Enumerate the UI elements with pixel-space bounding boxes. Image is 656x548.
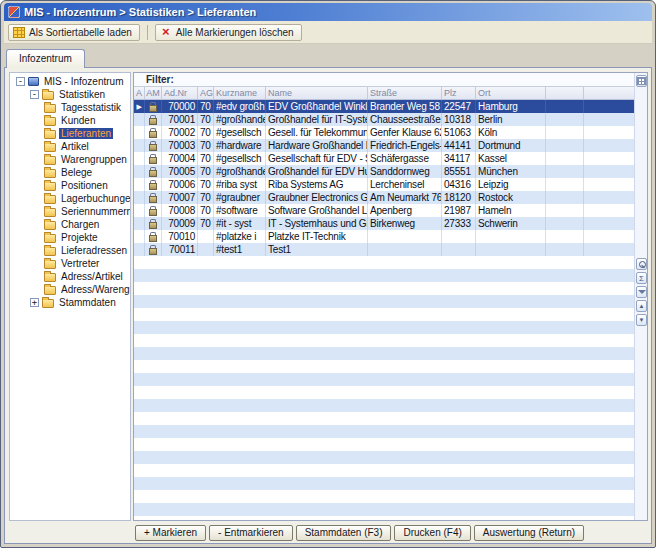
column-header-kurzname[interactable]: Kurzname xyxy=(214,87,266,99)
cell-ort: Schwerin xyxy=(476,217,546,230)
grid-empty-row xyxy=(134,464,634,477)
row-indicator-cell xyxy=(134,191,145,204)
cell-ag: 70 xyxy=(198,217,214,230)
table-row[interactable]: 7000070#edv großhEDV Großhandel Winkler … xyxy=(134,100,634,113)
row-lock-cell xyxy=(145,152,162,165)
grid-empty-row xyxy=(134,334,634,347)
column-header-am[interactable]: AM xyxy=(145,87,162,99)
folder-icon xyxy=(44,221,56,230)
tree-item-label: Adress/Artikel xyxy=(59,271,125,282)
cell-plz: 27333 xyxy=(442,217,476,230)
cell-plz: 51063 xyxy=(442,126,476,139)
tree-item-tagesstatistik[interactable]: Tagesstatistik xyxy=(10,101,130,114)
filter-icon[interactable] xyxy=(636,286,647,298)
table-row[interactable]: 70010#platzke iPlatzke IT-Technik xyxy=(134,230,634,243)
cell-ag: 70 xyxy=(198,113,214,126)
filter-label: Filter: xyxy=(146,74,174,85)
cell-kurzname: #platzke i xyxy=(214,230,266,243)
table-row[interactable]: 7000370#hardwareHardware Großhandel Dort… xyxy=(134,139,634,152)
content-panel: -MIS - Infozentrum-StatistikenTagesstati… xyxy=(4,67,652,544)
cell-filler xyxy=(584,243,634,256)
cell-blank xyxy=(546,191,584,204)
column-header-a[interactable]: A xyxy=(134,87,145,99)
tree-item-projekte[interactable]: Projekte xyxy=(10,231,130,244)
toolbar: Als Sortiertabelle laden Alle Markierung… xyxy=(4,21,652,44)
tree-item-seriennummern[interactable]: Seriennummern xyxy=(10,205,130,218)
tree-item-positionen[interactable]: Positionen xyxy=(10,179,130,192)
table-row[interactable]: 70011#test1Test1 xyxy=(134,243,634,256)
tree-item-label: Lieferanten xyxy=(59,128,113,139)
cell-filler xyxy=(584,178,634,191)
table-row[interactable]: 7000870#softwareSoftware Großhandel Lübk… xyxy=(134,204,634,217)
grid-empty-row xyxy=(134,516,634,520)
tree-item-warengruppen[interactable]: Warengruppen xyxy=(10,153,130,166)
column-header-plz[interactable]: Plz xyxy=(442,87,476,99)
tree-item-label: Belege xyxy=(59,167,94,178)
cell-strasse: Am Neumarkt 76 xyxy=(368,191,442,204)
tree-item-belege[interactable]: Belege xyxy=(10,166,130,179)
cell-adnr: 70011 xyxy=(162,243,198,256)
tree-item-stammdaten[interactable]: +Stammdaten xyxy=(10,296,130,309)
column-header-strasse[interactable]: Straße xyxy=(368,87,442,99)
cell-plz: 44141 xyxy=(442,139,476,152)
grid-filter-row[interactable]: Filter: xyxy=(134,73,634,87)
column-header-blank[interactable] xyxy=(546,87,584,99)
table-row[interactable]: 7000470#gesellschGesellschaft für EDV - … xyxy=(134,152,634,165)
tree-item-adress-warengruppen[interactable]: Adress/Warengruppen xyxy=(10,283,130,296)
tree-item-label: Tagesstatistik xyxy=(59,102,123,113)
grid-empty-row xyxy=(134,412,634,425)
tree-item-vertreter[interactable]: Vertreter xyxy=(10,257,130,270)
grid-empty-row xyxy=(134,269,634,282)
tree-item-mis-infozentrum[interactable]: -MIS - Infozentrum xyxy=(10,75,130,88)
scroll-down-icon[interactable] xyxy=(636,314,647,326)
title-bar[interactable]: MIS - Infozentrum > Statistiken > Liefer… xyxy=(4,3,652,21)
tree-item-lieferanten[interactable]: Lieferanten xyxy=(10,127,130,140)
tree-item-kunden[interactable]: Kunden xyxy=(10,114,130,127)
row-lock-cell xyxy=(145,139,162,152)
row-indicator-cell xyxy=(134,113,145,126)
tree-expander-icon[interactable]: - xyxy=(16,77,25,86)
tree-item-chargen[interactable]: Chargen xyxy=(10,218,130,231)
drucken-button[interactable]: Drucken (F4) xyxy=(394,525,470,541)
load-sort-table-button[interactable]: Als Sortiertabelle laden xyxy=(8,24,140,41)
cell-strasse: Schäfergasse xyxy=(368,152,442,165)
tree-item-lagerbuchungen[interactable]: Lagerbuchungen xyxy=(10,192,130,205)
folder-icon xyxy=(44,117,56,126)
table-row[interactable]: 7000670#riba systRiba Systems AGLercheni… xyxy=(134,178,634,191)
tree-expander-icon[interactable]: + xyxy=(30,298,39,307)
table-row[interactable]: 7000970#it - systIT - Systemhaus und Gro… xyxy=(134,217,634,230)
column-chooser-icon[interactable] xyxy=(636,75,647,87)
folder-icon xyxy=(44,286,56,295)
cell-kurzname: #graubner xyxy=(214,191,266,204)
clear-marks-button[interactable]: Alle Markierungen löschen xyxy=(155,24,302,41)
column-header-name[interactable]: Name xyxy=(266,87,368,99)
tab-infozentrum[interactable]: Infozentrum xyxy=(6,49,85,68)
grid-empty-row xyxy=(134,256,634,269)
table-row[interactable]: 7000570#großhandeGroßhandel für EDV Hutn… xyxy=(134,165,634,178)
stammdaten-button[interactable]: Stammdaten (F3) xyxy=(296,525,392,541)
tree-item-lieferadressen[interactable]: Lieferadressen xyxy=(10,244,130,257)
table-row[interactable]: 7000770#graubnerGraubner Electronics Gmb… xyxy=(134,191,634,204)
column-header-ag[interactable]: AG xyxy=(198,87,214,99)
grid-empty-row xyxy=(134,386,634,399)
lock-icon xyxy=(149,232,157,242)
table-row[interactable]: 7000170#großhandeGroßhandel für IT-Syste… xyxy=(134,113,634,126)
cell-blank xyxy=(546,178,584,191)
tree-item-statistiken[interactable]: -Statistiken xyxy=(10,88,130,101)
entmarkieren-button[interactable]: - Entmarkieren xyxy=(209,525,293,541)
auswertung-button[interactable]: Auswertung (Return) xyxy=(474,525,584,541)
markieren-button[interactable]: + Markieren xyxy=(135,525,206,541)
grid-empty-row xyxy=(134,490,634,503)
search-icon[interactable] xyxy=(636,258,647,270)
tree-expander-icon[interactable]: - xyxy=(30,90,39,99)
column-header-adnr[interactable]: Ad.Nr xyxy=(162,87,198,99)
tree-item-adress-artikel[interactable]: Adress/Artikel xyxy=(10,270,130,283)
sum-icon[interactable] xyxy=(636,272,647,284)
table-row[interactable]: 7000270#gesellschGesell. für Telekommuni… xyxy=(134,126,634,139)
cell-ag: 70 xyxy=(198,126,214,139)
column-header-ort[interactable]: Ort xyxy=(476,87,546,99)
tree-item-artikel[interactable]: Artikel xyxy=(10,140,130,153)
cell-ag: 70 xyxy=(198,165,214,178)
scroll-up-icon[interactable] xyxy=(636,300,647,312)
cell-blank xyxy=(546,217,584,230)
